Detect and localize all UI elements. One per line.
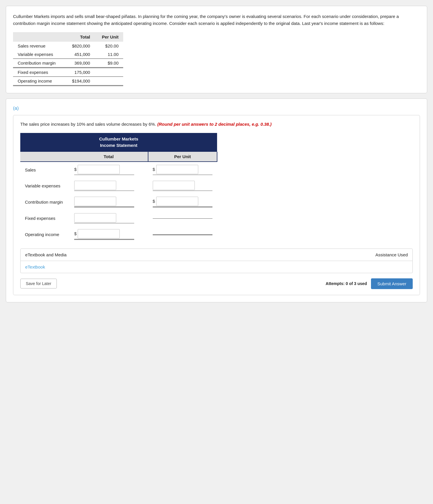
assistance-header: eTextbook and Media Assistance Used [21, 249, 412, 261]
section-a-inner: The sales price increases by 10% and sal… [13, 115, 420, 295]
income-header-cell: Cullumber Markets Income Statement [20, 133, 217, 152]
row-per-unit [95, 68, 123, 77]
income-row-unit-cell [148, 210, 217, 226]
total-input[interactable] [74, 213, 116, 222]
dollar-sign: $ [74, 231, 77, 236]
row-label: Fixed expenses [13, 68, 65, 77]
table-row: Contribution margin369,000$9.00 [13, 59, 123, 68]
ref-col-total: Total [65, 32, 95, 42]
spacer [139, 226, 148, 243]
intro-card: Cullumber Markets imports and sells smal… [6, 6, 427, 93]
right-group: Attempts: 0 of 3 used Submit Answer [326, 278, 413, 289]
total-input[interactable] [74, 197, 116, 206]
income-row-unit-cell [148, 178, 217, 194]
income-row-unit-cell: $ [148, 162, 217, 178]
row-per-unit: 11.00 [95, 50, 123, 59]
reference-table: Total Per Unit Sales revenue$820,000$20.… [13, 32, 123, 86]
dollar-sign: $ [153, 167, 155, 172]
col-unit-header: Per Unit [148, 152, 217, 162]
income-row-unit-cell: $ [148, 194, 217, 210]
row-label: Variable expenses [13, 50, 65, 59]
income-row-total-cell [70, 178, 139, 194]
income-statement-table: Cullumber Markets Income Statement Total… [20, 133, 217, 243]
section-a-card: (a) The sales price increases by 10% and… [6, 98, 427, 302]
income-header-row: Cullumber Markets Income Statement [20, 133, 217, 152]
attempts-text: Attempts: 0 of 3 used [326, 281, 367, 286]
scenario-main-text: The sales price increases by 10% and sal… [20, 122, 156, 127]
row-per-unit: $9.00 [95, 59, 123, 68]
table-row: Operating income$194,000 [13, 77, 123, 86]
total-input[interactable] [78, 229, 120, 238]
spacer [139, 178, 148, 194]
row-per-unit [95, 77, 123, 86]
income-row-total-cell [70, 194, 139, 210]
income-row-label: Sales [20, 162, 70, 178]
assistance-box: eTextbook and Media Assistance Used eTex… [20, 249, 413, 273]
spacer [139, 194, 148, 210]
table-row: Sales revenue$820,000$20.00 [13, 42, 123, 50]
intro-text: Cullumber Markets imports and sells smal… [13, 13, 420, 27]
income-row-label: Fixed expenses [20, 210, 70, 226]
table-row: Fixed expenses175,000 [13, 68, 123, 77]
assistance-body: eTextbook [21, 261, 412, 273]
submit-answer-button[interactable]: Submit Answer [371, 278, 413, 289]
col-header-row: Total Per Unit [20, 152, 217, 162]
unit-input[interactable] [156, 197, 198, 206]
bottom-bar: Save for Later Attempts: 0 of 3 used Sub… [20, 277, 413, 289]
income-row: Variable expenses [20, 178, 217, 194]
round-note: (Round per unit answers to 2 decimal pla… [157, 122, 272, 127]
unit-input[interactable] [153, 181, 195, 190]
ref-col-label [13, 32, 65, 42]
dollar-sign: $ [74, 167, 77, 172]
spacer [139, 162, 148, 178]
row-label: Contribution margin [13, 59, 65, 68]
row-total: 451,000 [65, 50, 95, 59]
scenario-text: The sales price increases by 10% and sal… [20, 121, 413, 128]
assistance-used-label: Assistance Used [375, 252, 408, 257]
etextbook-link[interactable]: eTextbook [25, 264, 45, 269]
row-label: Operating income [13, 77, 65, 86]
table-row: Variable expenses451,00011.00 [13, 50, 123, 59]
col-label-empty [20, 152, 70, 162]
total-input[interactable] [74, 181, 116, 190]
section-a-label: (a) [13, 106, 420, 111]
statement-title: Income Statement [100, 143, 137, 148]
total-input[interactable] [78, 165, 120, 174]
income-row: Operating income$ [20, 226, 217, 243]
income-row-total-cell: $ [70, 226, 139, 243]
company-name: Cullumber Markets [99, 136, 138, 141]
spacer [139, 210, 148, 226]
ref-col-unit: Per Unit [95, 32, 123, 42]
unit-input[interactable] [156, 165, 198, 174]
row-label: Sales revenue [13, 42, 65, 50]
income-row: Contribution margin$ [20, 194, 217, 210]
income-row-label: Operating income [20, 226, 70, 243]
row-total: $820,000 [65, 42, 95, 50]
row-per-unit: $20.00 [95, 42, 123, 50]
income-row: Fixed expenses [20, 210, 217, 226]
income-row-total-cell [70, 210, 139, 226]
income-row-unit-cell [148, 226, 217, 243]
row-total: $194,000 [65, 77, 95, 86]
etextbook-media-label: eTextbook and Media [25, 252, 67, 257]
col-total-header: Total [70, 152, 148, 162]
row-total: 175,000 [65, 68, 95, 77]
income-row: Sales$$ [20, 162, 217, 178]
dollar-sign: $ [153, 199, 155, 204]
row-total: 369,000 [65, 59, 95, 68]
save-later-button[interactable]: Save for Later [20, 279, 57, 288]
income-row-total-cell: $ [70, 162, 139, 178]
income-row-label: Variable expenses [20, 178, 70, 194]
income-row-label: Contribution margin [20, 194, 70, 210]
